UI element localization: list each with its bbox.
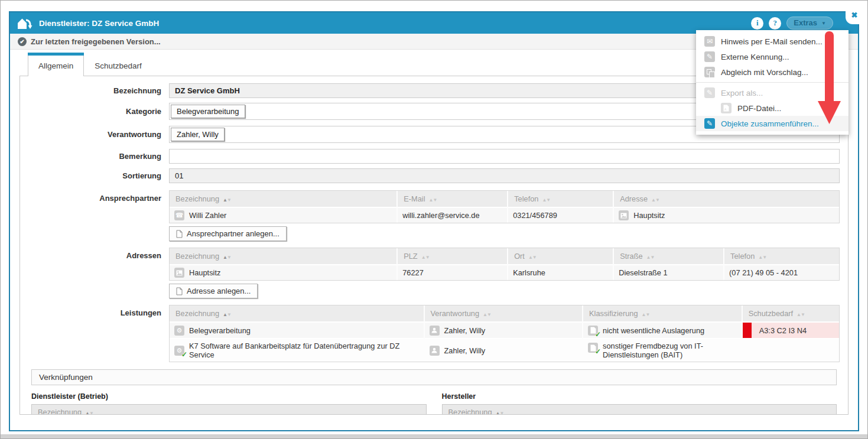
check-icon: ✓ (181, 350, 187, 359)
sort-icon (643, 255, 655, 260)
menu-item-abgleich-vorschlag[interactable]: Abgleich mit Vorschlag... (696, 64, 849, 80)
sort-icon (648, 197, 659, 203)
merge-icon: ✎ (704, 118, 715, 129)
empty-table-header[interactable]: Bezeichnung (31, 404, 427, 415)
kategorie-chip[interactable]: Belegverarbeitung (171, 105, 245, 118)
tab-allgemein[interactable]: Allgemein (28, 55, 84, 76)
envelope-icon: ✉ (704, 36, 715, 47)
screen: Dienstleister: DZ Service GmbH i ? Extra… (0, 0, 868, 439)
sort-icon (425, 197, 437, 203)
col-header-bezeichnung[interactable]: Bezeichnung (170, 305, 424, 322)
col-header-bezeichnung[interactable]: Bezeichnung (170, 248, 397, 265)
bemerkung-field[interactable] (169, 149, 840, 164)
check-icon: ✓ (595, 347, 601, 356)
address-icon (619, 210, 629, 220)
sort-icon (219, 197, 231, 203)
col-header-plz[interactable]: PLZ (397, 248, 508, 265)
sort-icon (793, 312, 805, 317)
col-header-bezeichnung[interactable]: Bezeichnung (170, 191, 397, 207)
classification-icon: ✓ (588, 343, 598, 353)
col-header-telefon[interactable]: Telefon (508, 191, 613, 207)
table-row[interactable]: ⚙ ✓ K7 Software auf Bankarbeitsplatz für… (170, 339, 839, 362)
menu-item-export-als: ✎ Export als... (696, 85, 849, 100)
col-header-telefon[interactable]: Telefon (724, 248, 839, 265)
sort-icon (479, 312, 491, 317)
menu-separator (696, 82, 849, 83)
leistungen-label: Leistungen (20, 305, 169, 317)
bemerkung-label: Bemerkung (20, 152, 169, 161)
col-header-schutzbedarf[interactable]: Schutzbedarf (742, 305, 839, 322)
verknuepfungen-header: Verknüpfungen (31, 369, 837, 385)
address-icon (174, 268, 184, 278)
titlebar-actions: i ? Extras ▼ (751, 17, 851, 30)
tab-allgemein-label: Allgemein (38, 61, 73, 70)
person-icon (430, 346, 440, 356)
sort-icon (219, 312, 231, 317)
version-link-label: Zur letzten freigegebenen Version... (31, 37, 161, 46)
col-header-klassifizierung[interactable]: Klassifizierung (583, 305, 742, 322)
col-header-adresse[interactable]: Adresse (613, 191, 839, 207)
adressen-table: Bezeichnung PLZ Ort Straße Telefon (170, 248, 839, 280)
edit-square-icon: ✎ (704, 51, 715, 62)
kategorie-label: Kategorie (20, 107, 169, 116)
schutzbedarf-red-flag (743, 323, 752, 338)
section-ansprechpartner: Ansprechpartner Bezeichnung E-Mail Telef… (20, 190, 848, 245)
sort-icon (492, 411, 504, 415)
table-row[interactable]: Hauptsitz 76227 Karlsruhe Dieselstraße 1… (170, 265, 839, 280)
new-document-icon (176, 287, 183, 295)
sort-icon (638, 312, 650, 317)
tab-schutzbedarf-label: Schutzbedarf (95, 61, 142, 70)
verantwortung-chip[interactable]: Zahler, Willy (171, 128, 225, 141)
hersteller-label: Hersteller (442, 392, 837, 401)
sortierung-label: Sortierung (20, 171, 169, 180)
menu-item-hinweis-email[interactable]: ✉ Hinweis per E-Mail senden... (696, 34, 849, 49)
bezeichnung-label: Bezeichnung (20, 86, 169, 95)
col-header-email[interactable]: E-Mail (397, 191, 508, 207)
copy-icon (704, 67, 715, 77)
section-verknuepfungen: Verknüpfungen Dienstleister (Betrieb) Be… (31, 369, 837, 415)
sort-icon (219, 255, 231, 260)
person-icon (430, 326, 440, 336)
table-row[interactable]: ☎ Willi Zahler willi.zahler@service.de 0… (170, 207, 839, 223)
info-button[interactable]: i (751, 17, 763, 30)
menu-item-objekte-zusammenfuehren[interactable]: ✎ Objekte zusammenführen... (696, 116, 849, 131)
field-row-sortierung: Sortierung (20, 168, 848, 183)
new-document-icon (176, 230, 183, 238)
check-circle-icon: ✔ (18, 37, 27, 46)
col-header-ort[interactable]: Ort (508, 248, 613, 265)
section-adressen: Adressen Bezeichnung PLZ Ort Straße Tele… (20, 248, 848, 303)
col-header-verantwortung[interactable]: Verantwortung (424, 305, 583, 322)
contact-icon: ☎ (174, 210, 184, 220)
dienstleister-icon (17, 17, 33, 30)
col-header-strasse[interactable]: Straße (613, 248, 724, 265)
service-gear-icon: ⚙ (174, 326, 184, 336)
sort-icon (755, 255, 766, 260)
sort-icon (82, 411, 93, 415)
dienstleister-betrieb-label: Dienstleister (Betrieb) (31, 392, 427, 401)
sort-icon (538, 197, 550, 203)
ansprechpartner-label: Ansprechpartner (20, 190, 169, 203)
extras-button[interactable]: Extras ▼ (786, 17, 833, 30)
menu-item-pdf-datei[interactable]: A PDF-Datei... (696, 100, 849, 116)
service-gear-icon: ⚙ ✓ (174, 346, 184, 356)
tab-schutzbedarf[interactable]: Schutzbedarf (84, 55, 152, 76)
sortierung-field[interactable] (169, 168, 840, 183)
section-leistungen: Leistungen Bezeichnung Verantwortung Kla… (20, 305, 848, 362)
help-button[interactable]: ? (769, 17, 781, 30)
extras-menu: ✉ Hinweis per E-Mail senden... ✎ Externe… (696, 30, 849, 135)
export-icon: ✎ (704, 87, 715, 98)
close-button[interactable]: ✖ (846, 6, 863, 24)
extras-label: Extras (794, 18, 817, 27)
page-title: Dienstleister: DZ Service GmbH (39, 19, 159, 28)
field-row-bemerkung: Bemerkung (20, 149, 848, 164)
leistungen-table: Bezeichnung Verantwortung Klassifizierun… (170, 305, 839, 362)
menu-item-externe-kennung[interactable]: ✎ Externe Kennung... (696, 49, 849, 64)
pdf-icon: A (721, 103, 732, 113)
empty-table-header[interactable]: Bezeichnung (442, 404, 837, 415)
sort-icon (525, 255, 537, 260)
adresse-anlegen-button[interactable]: Adresse anlegen... (169, 284, 258, 298)
table-row[interactable]: ⚙ Belegverarbeitung Zahler, Willy (170, 322, 839, 339)
verknuepfungen-hersteller: Hersteller Bezeichnung (442, 392, 837, 415)
ansprechpartner-anlegen-button[interactable]: Ansprechpartner anlegen... (169, 226, 287, 241)
sort-icon (418, 255, 430, 260)
